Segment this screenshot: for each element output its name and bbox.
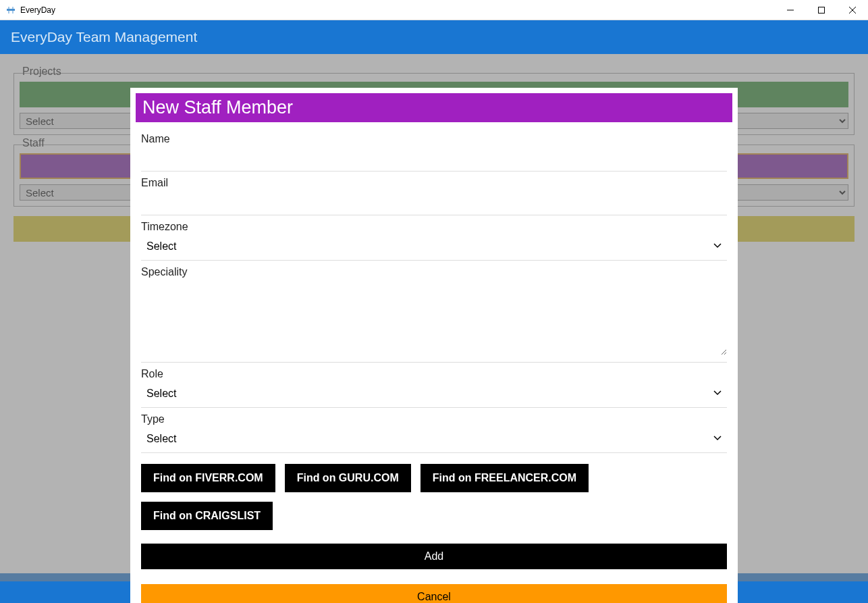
name-label: Name xyxy=(141,133,727,145)
speciality-textarea[interactable] xyxy=(141,281,727,355)
timezone-select[interactable]: Select xyxy=(141,236,727,256)
modal-title: New Staff Member xyxy=(136,93,732,122)
email-label: Email xyxy=(141,177,727,189)
window-titlebar: EveryDay xyxy=(0,0,868,20)
name-input[interactable] xyxy=(141,148,727,167)
maximize-button[interactable] xyxy=(806,0,837,20)
svg-rect-0 xyxy=(7,9,15,11)
modal-body: Name Email Timezone Select Speciality Ro… xyxy=(130,122,738,603)
speciality-label: Speciality xyxy=(141,266,727,278)
add-button[interactable]: Add xyxy=(141,544,727,569)
timezone-group: Timezone Select xyxy=(141,217,727,261)
find-craigslist-button[interactable]: Find on CRAIGSLIST xyxy=(141,502,273,530)
find-freelancer-button[interactable]: Find on FREELANCER.COM xyxy=(421,464,589,492)
close-button[interactable] xyxy=(837,0,868,20)
app-icon xyxy=(5,5,16,16)
type-select[interactable]: Select xyxy=(141,428,727,448)
email-input[interactable] xyxy=(141,192,727,211)
name-group: Name xyxy=(141,129,727,172)
titlebar-controls xyxy=(775,0,868,20)
app-header: EveryDay Team Management xyxy=(0,20,868,54)
find-buttons-row: Find on FIVERR.COM Find on GURU.COM Find… xyxy=(141,464,727,530)
role-select[interactable]: Select xyxy=(141,383,727,403)
titlebar-left: EveryDay xyxy=(5,5,55,16)
find-guru-button[interactable]: Find on GURU.COM xyxy=(285,464,411,492)
app-title: EveryDay xyxy=(20,5,55,15)
type-label: Type xyxy=(141,413,727,425)
cancel-button[interactable]: Cancel xyxy=(141,584,727,603)
email-group: Email xyxy=(141,173,727,215)
new-staff-modal: New Staff Member Name Email Timezone Sel… xyxy=(130,88,738,603)
role-group: Role Select xyxy=(141,364,727,408)
type-group: Type Select xyxy=(141,409,727,453)
find-fiverr-button[interactable]: Find on FIVERR.COM xyxy=(141,464,275,492)
page-title: EveryDay Team Management xyxy=(11,29,197,45)
svg-rect-4 xyxy=(819,7,825,13)
timezone-label: Timezone xyxy=(141,221,727,233)
role-label: Role xyxy=(141,368,727,380)
speciality-group: Speciality xyxy=(141,262,727,363)
minimize-button[interactable] xyxy=(775,0,806,20)
